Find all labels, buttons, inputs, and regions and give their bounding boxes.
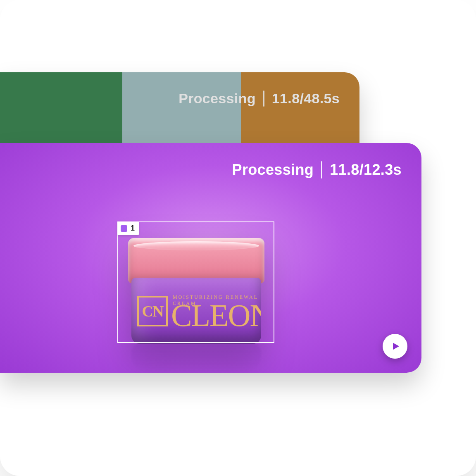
stage: Chips Punch! Processing 11.8/48.5s Proce… bbox=[0, 0, 476, 476]
status-separator bbox=[263, 90, 264, 107]
play-icon bbox=[391, 341, 401, 351]
processing-status-back: Processing 11.8/48.5s bbox=[178, 90, 340, 107]
detection-tag: 1 bbox=[117, 221, 139, 235]
processing-card-front: Processing 11.8/12.3s CN MOISTURIZING RE… bbox=[0, 143, 421, 373]
detection-swatch bbox=[121, 225, 127, 232]
status-label: Processing bbox=[178, 90, 256, 107]
status-time: 11.8/12.3s bbox=[330, 161, 402, 178]
detection-id: 1 bbox=[131, 224, 135, 233]
detection-box: 1 bbox=[117, 221, 274, 343]
processing-status-front: Processing 11.8/12.3s bbox=[232, 161, 402, 178]
status-separator bbox=[321, 161, 322, 178]
status-time: 11.8/48.5s bbox=[272, 90, 340, 107]
status-label: Processing bbox=[232, 161, 314, 178]
play-button[interactable] bbox=[383, 334, 407, 359]
